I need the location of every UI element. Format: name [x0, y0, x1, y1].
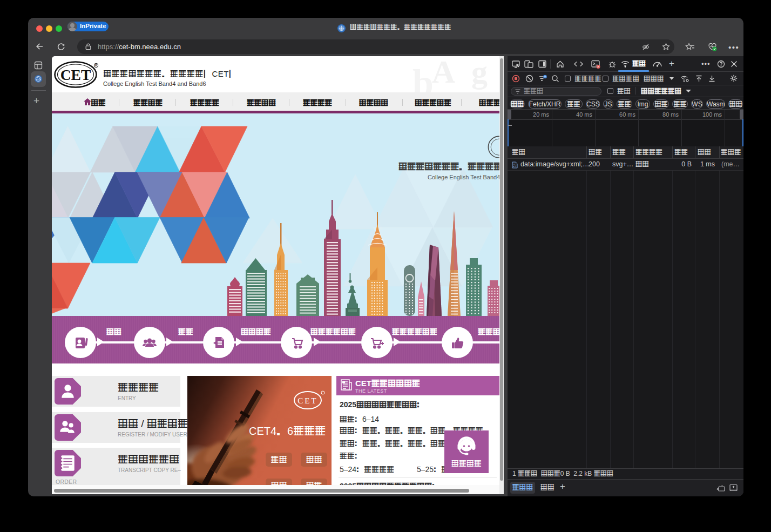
- svg-text:R: R: [95, 64, 98, 67]
- svg-text:CET: CET: [60, 66, 91, 83]
- svg-text:CET: CET: [297, 396, 317, 405]
